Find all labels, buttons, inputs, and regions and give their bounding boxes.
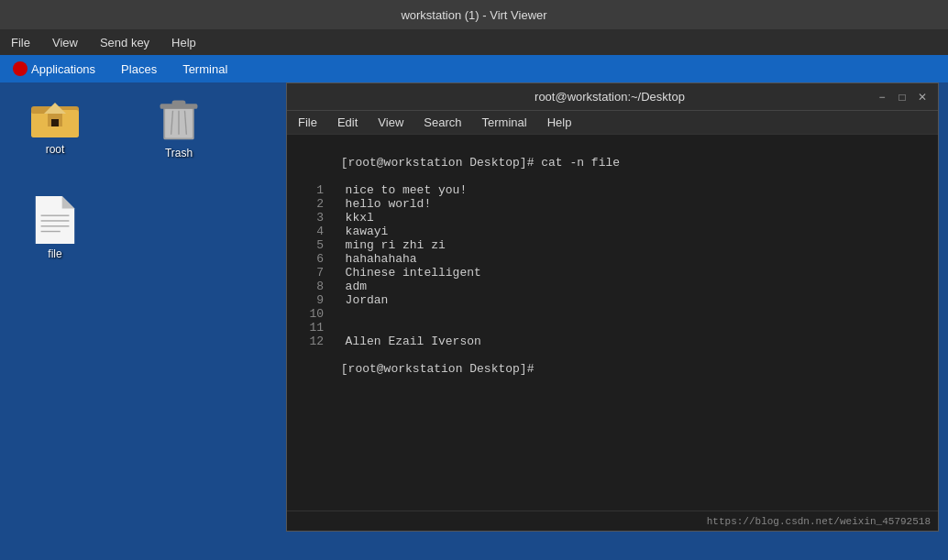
svg-rect-9: [172, 101, 186, 106]
terminal-titlebar: root@workstation:~/Desktop − □ ✕: [287, 83, 938, 111]
app-bar-terminal[interactable]: Terminal: [177, 60, 233, 78]
terminal-content[interactable]: [root@workstation Desktop]# cat -n file …: [287, 135, 938, 511]
terminal-line: 11: [298, 321, 927, 335]
terminal-restore-button[interactable]: □: [894, 89, 910, 105]
fedora-icon: [13, 61, 28, 76]
terminal-line: 12 Allen Ezail Iverson: [298, 335, 927, 348]
menu-bar: File View Send key Help: [0, 29, 948, 55]
file-icon: [35, 196, 75, 244]
desktop-icon-file[interactable]: file: [18, 192, 92, 264]
svg-rect-5: [51, 119, 59, 126]
terminal-title: root@workstation:~/Desktop: [349, 90, 870, 104]
terminal-line: 1 nice to meet you!: [298, 183, 927, 197]
terminal-line: 10: [298, 307, 927, 321]
app-bar-places[interactable]: Places: [116, 60, 162, 78]
terminal-line: 9 Jordan: [298, 293, 927, 307]
desktop: root Trash file: [0, 82, 948, 560]
terminal-line: 4 kawayi: [298, 225, 927, 238]
menu-help[interactable]: Help: [166, 34, 202, 51]
menu-file[interactable]: File: [6, 34, 36, 51]
terminal-menu-search[interactable]: Search: [420, 115, 465, 130]
terminal-window-controls: − □ ✕: [870, 89, 931, 105]
file-icon-label: file: [48, 247, 61, 260]
terminal-footer: https://blog.csdn.net/weixin_45792518: [287, 511, 938, 531]
terminal-line: 7 Chinese intelligent: [298, 266, 927, 280]
terminal-final-prompt: [root@workstation Desktop]#: [341, 362, 535, 376]
folder-icon: [31, 95, 79, 139]
desktop-icon-trash[interactable]: Trash: [142, 92, 215, 163]
terminal-line: 6 hahahahaha: [298, 252, 927, 266]
terminal-menu-view[interactable]: View: [374, 115, 407, 130]
svg-marker-14: [62, 196, 74, 208]
terminal-line: 2 hello world!: [298, 197, 927, 211]
terminal-menu-terminal[interactable]: Terminal: [479, 115, 531, 130]
app-bar-applications[interactable]: Applications: [7, 60, 101, 78]
terminal-initial-prompt: [root@workstation Desktop]# cat -n file: [341, 156, 620, 170]
terminal-output-lines: 1 nice to meet you!2 hello world!3 kkxl4…: [298, 183, 927, 348]
terminal-menu-file[interactable]: File: [294, 115, 321, 130]
footer-url: https://blog.csdn.net/weixin_45792518: [707, 516, 931, 527]
desktop-icon-root[interactable]: root: [18, 92, 92, 159]
terminal-line: 3 kkxl: [298, 211, 927, 225]
window-title: workstation (1) - Virt Viewer: [401, 8, 546, 22]
title-bar: workstation (1) - Virt Viewer: [0, 0, 948, 29]
terminal-line: 8 adm: [298, 280, 927, 293]
terminal-close-button[interactable]: ✕: [914, 89, 931, 105]
terminal-window: root@workstation:~/Desktop − □ ✕ File Ed…: [286, 82, 939, 532]
root-icon-label: root: [46, 143, 65, 156]
terminal-menu-edit[interactable]: Edit: [334, 115, 361, 130]
app-bar: Applications Places Terminal: [0, 55, 948, 82]
terminal-menu-help[interactable]: Help: [544, 115, 576, 130]
terminal-line: 5 ming ri zhi zi: [298, 238, 927, 252]
terminal-menu-bar: File Edit View Search Terminal Help: [287, 111, 938, 135]
trash-icon-label: Trash: [165, 147, 193, 159]
menu-view[interactable]: View: [47, 34, 83, 51]
menu-sendkey[interactable]: Send key: [94, 34, 155, 51]
terminal-minimize-button[interactable]: −: [874, 89, 890, 105]
trash-icon: [155, 95, 203, 143]
